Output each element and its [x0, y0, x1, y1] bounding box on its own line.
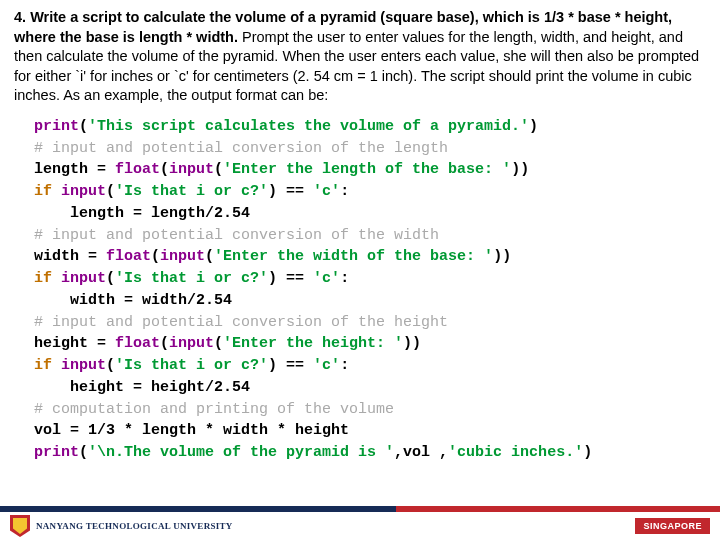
kw-input: input	[61, 183, 106, 200]
kw-float: float	[106, 248, 151, 265]
kw-input: input	[61, 270, 106, 287]
str: 'Enter the height: '	[223, 335, 403, 352]
str: 'c'	[313, 357, 340, 374]
kw-if: if	[34, 357, 61, 374]
kw-print: print	[34, 118, 79, 135]
str: 'Is that i or c?'	[115, 357, 268, 374]
kw-input: input	[160, 248, 205, 265]
str: 'Is that i or c?'	[115, 183, 268, 200]
country-tag: SINGAPORE	[635, 518, 710, 534]
code-text: ==	[277, 270, 313, 287]
code-text: ==	[277, 183, 313, 200]
str: 'Enter the length of the base: '	[223, 161, 511, 178]
str: 'c'	[313, 183, 340, 200]
code-text: ,vol ,	[394, 444, 448, 461]
comment: # input and potential conversion of the …	[34, 314, 448, 331]
kw-float: float	[115, 335, 160, 352]
question-number: 4.	[14, 9, 26, 25]
comment: # input and potential conversion of the …	[34, 227, 439, 244]
code-text: length = length/2.54	[34, 205, 250, 222]
code-text: width =	[34, 248, 106, 265]
kw-input: input	[61, 357, 106, 374]
kw-input: input	[169, 161, 214, 178]
slide-footer: NANYANG TECHNOLOGICAL UNIVERSITY SINGAPO…	[0, 506, 720, 540]
str: '\n.The volume of the pyramid is '	[88, 444, 394, 461]
question-text: 4. Write a script to calculate the volum…	[14, 8, 706, 106]
code-text: vol = 1/3 * length * width * height	[34, 422, 349, 439]
kw-if: if	[34, 183, 61, 200]
code-block: print('This script calculates the volume…	[14, 116, 706, 464]
str: 'Enter the width of the base: '	[214, 248, 493, 265]
comment: # computation and printing of the volume	[34, 401, 394, 418]
university-logo: NANYANG TECHNOLOGICAL UNIVERSITY	[10, 515, 233, 537]
str: 'This script calculates the volume of a …	[88, 118, 529, 135]
code-text: ==	[277, 357, 313, 374]
comment: # input and potential conversion of the …	[34, 140, 448, 157]
code-text: height =	[34, 335, 115, 352]
kw-input: input	[169, 335, 214, 352]
footer-color-bar	[0, 506, 720, 512]
code-text: length =	[34, 161, 115, 178]
kw-print: print	[34, 444, 79, 461]
university-name: NANYANG TECHNOLOGICAL UNIVERSITY	[36, 521, 233, 531]
crest-icon	[10, 515, 30, 537]
bar-red	[396, 506, 720, 512]
str: 'Is that i or c?'	[115, 270, 268, 287]
kw-float: float	[115, 161, 160, 178]
code-text: width = width/2.54	[34, 292, 232, 309]
str: 'c'	[313, 270, 340, 287]
str: 'cubic inches.'	[448, 444, 583, 461]
kw-if: if	[34, 270, 61, 287]
code-text: height = height/2.54	[34, 379, 250, 396]
bar-navy	[0, 506, 396, 512]
